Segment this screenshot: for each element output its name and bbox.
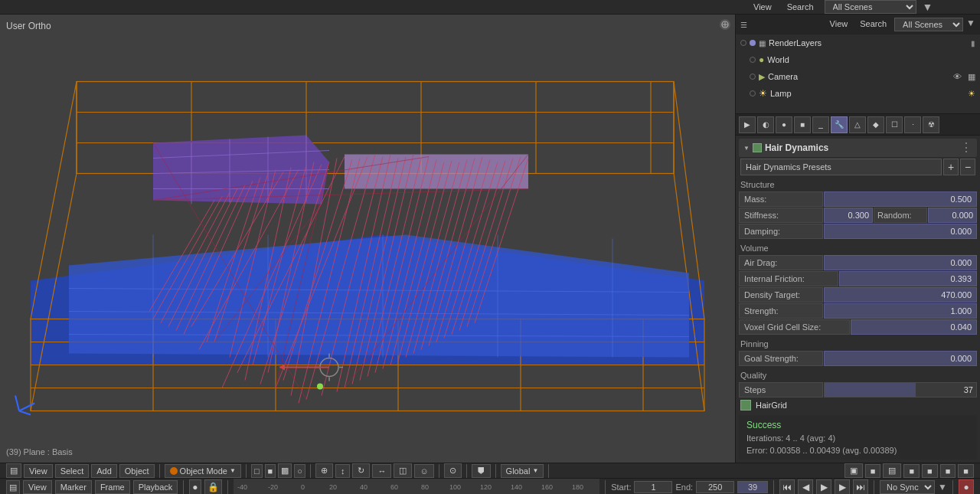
transform-scale-btn[interactable]: ↔ — [372, 464, 391, 478]
timeline-view-menu[interactable]: View — [23, 480, 52, 494]
sync-dropdown[interactable]: No Sync — [880, 480, 935, 494]
transform-grab-btn[interactable]: ↕ — [335, 464, 351, 478]
proportional-edit-btn[interactable]: ⊙ — [444, 463, 462, 478]
camera-render-icon[interactable]: ▦ — [968, 72, 975, 82]
separator-6 — [495, 464, 496, 478]
transform-mirror-btn[interactable]: ◫ — [394, 463, 412, 478]
pivot-dropdown[interactable]: ⊕ — [315, 463, 333, 478]
shading-render-btn[interactable]: ○ — [294, 464, 305, 478]
sync-lock-btn[interactable]: 🔒 — [204, 479, 222, 494]
hair-dynamics-panel-header[interactable]: ▼ Hair Dynamics ⋮ — [739, 139, 977, 157]
outliner-expand-icon[interactable]: ▼ — [966, 18, 975, 31]
outliner-search-menu[interactable]: Search — [855, 18, 891, 31]
shading-solid-btn[interactable]: ■ — [265, 464, 276, 478]
density-target-value[interactable]: 470.000 — [824, 287, 977, 303]
stiffness-value[interactable]: 0.300 — [824, 208, 873, 223]
timeline-record-btn[interactable]: ● — [959, 479, 974, 494]
playback-prev-frame-btn[interactable]: ◀ — [798, 479, 813, 494]
steps-slider[interactable]: 37 — [824, 382, 977, 397]
prop-btn-material[interactable]: ◆ — [867, 116, 884, 133]
prop-btn-object[interactable]: ■ — [794, 116, 811, 133]
viewport-corner-icon[interactable] — [720, 19, 730, 30]
svg-text:-20: -20 — [268, 483, 278, 491]
prop-btn-modifier[interactable]: 🔧 — [831, 116, 848, 133]
strength-value[interactable]: 1.000 — [824, 303, 977, 319]
presets-dropdown[interactable]: Hair Dynamics Presets — [740, 159, 942, 175]
prop-btn-physics[interactable]: ☢ — [923, 116, 939, 133]
scenes-dropdown[interactable]: All Scenes — [825, 0, 916, 14]
prop-btn-scene[interactable]: ◐ — [757, 116, 774, 133]
transform-sculpt-btn[interactable]: ☺ — [414, 464, 433, 478]
sync-chevron-icon[interactable]: ▼ — [938, 482, 947, 492]
hairgrid-row[interactable]: HairGrid — [739, 398, 977, 412]
separator-7 — [548, 464, 549, 478]
viewport-extra2-btn[interactable]: ■ — [922, 464, 938, 478]
prop-btn-texture[interactable]: ☐ — [886, 116, 903, 133]
air-drag-value[interactable]: 0.000 — [824, 255, 977, 270]
search-menu[interactable]: Search — [782, 1, 818, 13]
steps-value: 37 — [964, 385, 973, 394]
mode-dropdown[interactable]: Object Mode ▼ — [165, 464, 241, 478]
viewport-extra3-btn[interactable]: ■ — [940, 464, 956, 478]
transform-rotate-btn[interactable]: ↻ — [352, 463, 370, 478]
hairgrid-checkbox[interactable] — [740, 400, 751, 411]
timeline-ruler[interactable]: -40 -20 0 20 40 60 80 100 120 140 160 18… — [234, 479, 600, 494]
timeline-frame-menu[interactable]: Frame — [95, 480, 130, 494]
internal-friction-value[interactable]: 0.393 — [839, 271, 977, 286]
toolbar-object-menu[interactable]: Object — [119, 464, 155, 478]
scenes-expand-icon[interactable]: ▼ — [923, 1, 933, 13]
sync-scene-btn[interactable]: ● — [189, 479, 201, 494]
lock-btn[interactable]: ■ — [865, 464, 881, 478]
prop-btn-constraints[interactable]: ⎯ — [812, 116, 829, 133]
preset-add-btn[interactable]: + — [943, 159, 959, 175]
snap-btn[interactable]: ⛊ — [472, 464, 491, 478]
render-region-btn[interactable]: ▣ — [844, 463, 863, 478]
view-settings-btn[interactable]: ▤ — [883, 463, 901, 478]
toolbar-view-menu[interactable]: View — [24, 464, 53, 478]
timeline-layout-icon[interactable]: ▤ — [6, 480, 20, 495]
viewport[interactable]: User Ortho (39) Plane : Basis — [0, 15, 735, 463]
start-frame-input[interactable] — [634, 481, 672, 493]
playback-next-frame-btn[interactable]: ▶ — [835, 479, 850, 494]
prop-btn-render[interactable]: ▶ — [739, 116, 756, 133]
panel-checkbox[interactable] — [753, 143, 762, 152]
random-value[interactable]: 0.000 — [928, 208, 977, 223]
view-menu[interactable]: View — [749, 1, 776, 13]
outliner-view-menu[interactable]: View — [825, 18, 853, 31]
viewport-extra4-btn[interactable]: ■ — [958, 464, 974, 478]
end-frame-input[interactable] — [696, 481, 734, 493]
goal-strength-value[interactable]: 0.000 — [824, 351, 977, 366]
playback-play-btn[interactable]: ▶ — [816, 479, 831, 494]
viewport-extra-btn[interactable]: ■ — [903, 464, 920, 478]
damping-value[interactable]: 0.000 — [824, 224, 977, 239]
camera-restrict-icon[interactable]: 👁 — [953, 72, 962, 81]
mode-chevron-icon: ▼ — [230, 467, 236, 474]
right-panel: ☰ View Search All Scenes ▼ ▦ — [735, 15, 980, 463]
outliner-item-renderlayers[interactable]: ▦ RenderLayers ▮ — [736, 34, 980, 51]
mass-value[interactable]: 0.500 — [824, 191, 977, 207]
playback-jump-end-btn[interactable]: ⏭ — [853, 479, 868, 494]
prop-btn-particles[interactable]: ⋅ — [904, 116, 921, 133]
prop-btn-world[interactable]: ● — [776, 116, 792, 133]
outliner-item-lamp[interactable]: ☀ Lamp ☀ — [736, 85, 980, 102]
separator-5 — [466, 464, 467, 478]
current-frame-input[interactable] — [737, 481, 768, 493]
preset-remove-btn[interactable]: − — [960, 159, 975, 175]
toolbar-add-menu[interactable]: Add — [91, 464, 117, 478]
orientation-dropdown[interactable]: Global ▼ — [501, 464, 544, 478]
shading-wire-btn[interactable]: □ — [251, 464, 263, 478]
outliner-scenes-dropdown[interactable]: All Scenes — [894, 18, 963, 31]
playback-jump-start-btn[interactable]: ⏮ — [779, 479, 795, 494]
steps-fill — [825, 383, 916, 397]
toolbar-select-menu[interactable]: Select — [55, 464, 90, 478]
timeline-playback-menu[interactable]: Playback — [133, 480, 178, 494]
prop-btn-data[interactable]: △ — [849, 116, 866, 133]
outliner-item-world[interactable]: ● World — [736, 51, 980, 68]
outliner-item-camera[interactable]: ▶ Camera 👁 ▦ — [736, 68, 980, 85]
mode-dot — [170, 467, 178, 475]
toolbar-layout-icon[interactable]: ▤ — [6, 463, 21, 478]
timeline-marker-menu[interactable]: Marker — [55, 480, 92, 494]
voxel-grid-value[interactable]: 0.040 — [851, 319, 977, 335]
panel-options-icon[interactable]: ⋮ — [960, 142, 972, 154]
shading-texture-btn[interactable]: ▩ — [278, 463, 292, 478]
